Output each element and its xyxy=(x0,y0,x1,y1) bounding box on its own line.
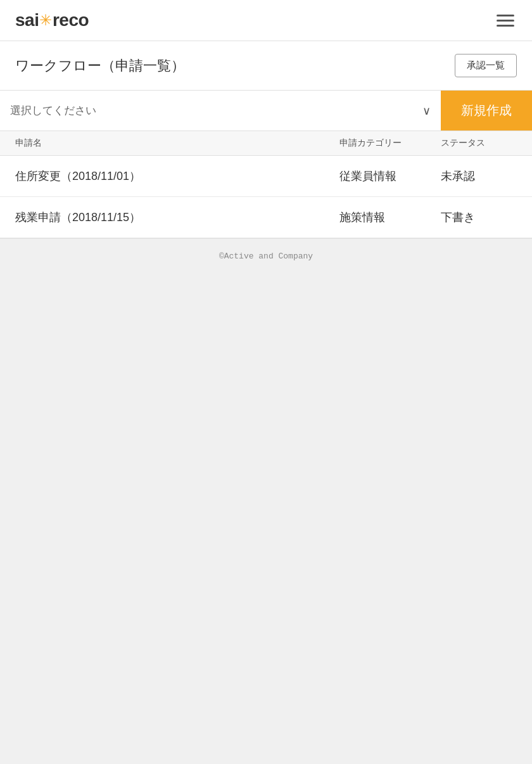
app-header: sai✳reco xyxy=(0,0,532,41)
table-row[interactable]: 住所変更（2018/11/01） 従業員情報 未承認 xyxy=(0,156,532,197)
logo-sai-text: sai xyxy=(15,10,39,30)
hamburger-line-2 xyxy=(497,20,514,22)
app-logo: sai✳reco xyxy=(15,10,89,30)
cell-name-1: 住所変更（2018/11/01） xyxy=(15,169,339,184)
category-select[interactable]: 選択してください 住所変更 残業申請 経費精算 休暇申請 xyxy=(10,93,431,128)
action-bar: 選択してください 住所変更 残業申請 経費精算 休暇申請 ∨ 新規作成 xyxy=(0,91,532,131)
footer: ©Active and Company xyxy=(0,239,532,274)
page-title: ワークフロー（申請一覧） xyxy=(15,56,185,75)
hamburger-line-3 xyxy=(497,25,514,27)
cell-name-2: 残業申請（2018/11/15） xyxy=(15,210,339,225)
applications-table: 申請名 申請カテゴリー ステータス 住所変更（2018/11/01） 従業員情報… xyxy=(0,131,532,239)
table-row[interactable]: 残業申請（2018/11/15） 施策情報 下書き xyxy=(0,197,532,238)
column-header-status: ステータス xyxy=(441,137,517,149)
column-header-category: 申請カテゴリー xyxy=(339,137,441,149)
cell-category-1: 従業員情報 xyxy=(339,169,441,184)
logo-reco-text: reco xyxy=(53,10,89,30)
hamburger-line-1 xyxy=(497,15,514,16)
category-select-wrapper: 選択してください 住所変更 残業申請 経費精算 休暇申請 ∨ xyxy=(0,91,441,131)
table-header: 申請名 申請カテゴリー ステータス xyxy=(0,131,532,156)
cell-category-2: 施策情報 xyxy=(339,210,441,225)
new-create-button[interactable]: 新規作成 xyxy=(441,91,532,131)
logo-star-icon: ✳ xyxy=(39,11,52,29)
hamburger-menu-button[interactable] xyxy=(494,12,517,29)
cell-status-1: 未承認 xyxy=(441,169,517,184)
approval-list-button[interactable]: 承認一覧 xyxy=(455,54,517,77)
cell-status-2: 下書き xyxy=(441,210,517,225)
column-header-name: 申請名 xyxy=(15,137,339,149)
copyright-text: ©Active and Company xyxy=(219,251,313,261)
page-title-bar: ワークフロー（申請一覧） 承認一覧 xyxy=(0,41,532,91)
